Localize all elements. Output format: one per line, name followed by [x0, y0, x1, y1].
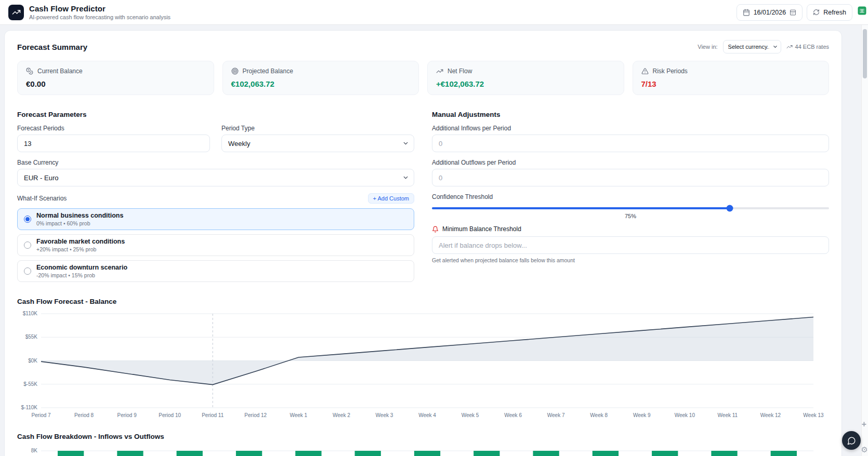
stat-label: Net Flow [448, 68, 472, 75]
scenario-detail: 0% impact • 60% prob [36, 220, 123, 226]
refresh-button[interactable]: Refresh [807, 4, 852, 21]
stat-value: €102,063.72 [231, 79, 411, 88]
plus-icon[interactable]: + [862, 420, 866, 429]
scenario-option-favorable[interactable]: Favorable market conditions +20% impact … [17, 234, 414, 256]
svg-text:$-110K: $-110K [21, 405, 37, 410]
scenario-option-downturn[interactable]: Economic downturn scenario -20% impact •… [17, 260, 414, 282]
base-currency-label: Base Currency [17, 159, 414, 166]
svg-text:$110K: $110K [23, 311, 38, 316]
manual-adjustments-title: Manual Adjustments [432, 111, 829, 118]
forecast-periods-label: Forecast Periods [17, 125, 210, 132]
svg-text:Period 10: Period 10 [159, 412, 181, 418]
additional-inflows-label: Additional Inflows per Period [432, 125, 829, 132]
svg-text:Period 7: Period 7 [31, 412, 51, 418]
chat-bubble-icon [847, 436, 856, 445]
scenario-name: Normal business conditions [36, 212, 123, 219]
scenario-option-normal[interactable]: Normal business conditions 0% impact • 6… [17, 208, 414, 230]
radio-unselected-icon[interactable] [24, 267, 31, 275]
balance-chart-section: Cash Flow Forecast - Balance $110K$55K$0… [17, 298, 829, 421]
trending-up-icon [12, 8, 21, 17]
chat-fab-button[interactable] [842, 431, 861, 450]
stat-value: €0.00 [26, 79, 205, 88]
additional-outflows-label: Additional Outflows per Period [432, 159, 829, 166]
additional-inflows-input[interactable] [432, 135, 829, 152]
add-custom-scenario-button[interactable]: + Add Custom [368, 193, 414, 204]
confidence-slider-thumb[interactable] [727, 205, 733, 212]
confidence-slider-fill [432, 207, 730, 209]
page-subtitle: AI-powered cash flow forecasting with sc… [29, 14, 170, 20]
radio-selected-icon[interactable] [24, 216, 31, 223]
svg-text:8K: 8K [31, 448, 38, 453]
forecast-summary-title: Forecast Summary [17, 43, 87, 51]
balance-area-chart: $110K$55K$0K$-55K$-110KPeriod 7Period 8P… [17, 310, 829, 421]
radio-unselected-icon[interactable] [24, 242, 31, 249]
svg-text:Week 2: Week 2 [333, 412, 350, 418]
min-balance-label: Minimum Balance Threshold [442, 225, 521, 233]
svg-text:$55K: $55K [25, 334, 38, 340]
date-picker-button[interactable]: 16/01/2026 [737, 4, 803, 21]
main-card: Forecast Summary View in: Select currenc… [4, 30, 842, 456]
stat-net-flow: Net Flow +€102,063.72 [427, 61, 624, 95]
breakdown-chart-section: Cash Flow Breakdown - Inflows vs Outflow… [17, 433, 829, 456]
svg-text:Week 10: Week 10 [675, 412, 695, 418]
manual-adjustments-section: Manual Adjustments Additional Inflows pe… [432, 111, 829, 286]
svg-text:$0K: $0K [28, 358, 37, 364]
svg-text:Week 4: Week 4 [418, 412, 436, 418]
balance-chart-title: Cash Flow Forecast - Balance [17, 298, 829, 305]
coins-icon [26, 68, 33, 75]
header-brand: Cash Flow Predictor AI-powered cash flow… [8, 4, 170, 20]
breakdown-chart-title: Cash Flow Breakdown - Inflows vs Outflow… [17, 433, 829, 440]
confidence-threshold-label: Confidence Threshold [432, 193, 829, 200]
period-type-select[interactable]: Weekly [221, 135, 414, 152]
svg-text:Period 11: Period 11 [202, 412, 224, 418]
min-balance-help: Get alerted when projected balance falls… [432, 257, 829, 263]
scrollbar[interactable] [861, 25, 868, 456]
scenario-detail: -20% impact • 15% prob [36, 272, 127, 278]
svg-text:$-55K: $-55K [23, 381, 37, 387]
svg-text:Week 1: Week 1 [290, 412, 307, 418]
spreadsheet-extension-icon[interactable] [858, 6, 866, 15]
app-header: Cash Flow Predictor AI-powered cash flow… [0, 0, 868, 25]
scrollbar-thumb[interactable] [863, 29, 867, 78]
period-type-label: Period Type [221, 125, 414, 132]
additional-outflows-input[interactable] [432, 169, 829, 186]
bell-icon [432, 226, 439, 233]
alert-triangle-icon [641, 68, 649, 75]
forecast-periods-input[interactable] [17, 135, 210, 152]
svg-text:Period 8: Period 8 [74, 412, 94, 418]
stat-risk-periods: Risk Periods 7/13 [633, 61, 830, 95]
stats-grid: Current Balance €0.00 Projected Balance … [17, 61, 829, 95]
inflows-outflows-bar-chart: 8K6K4K [17, 445, 829, 456]
scenario-name: Economic downturn scenario [36, 264, 127, 271]
trending-up-icon [436, 68, 443, 75]
svg-text:Week 12: Week 12 [760, 412, 781, 418]
page-body: Forecast Summary View in: Select currenc… [0, 25, 868, 456]
gear-icon[interactable]: ⚙ [861, 445, 868, 454]
forecast-parameters-section: Forecast Parameters Forecast Periods Per… [17, 111, 414, 286]
stat-label: Projected Balance [243, 68, 293, 75]
ecb-rates-badge: 44 ECB rates [786, 44, 829, 50]
confidence-slider[interactable] [432, 207, 829, 209]
min-balance-input[interactable] [432, 236, 829, 254]
svg-text:Period 9: Period 9 [117, 412, 137, 418]
stat-label: Risk Periods [653, 68, 688, 75]
stat-value: 7/13 [641, 79, 821, 88]
target-icon [231, 68, 239, 75]
base-currency-select[interactable]: EUR - Euro [17, 169, 414, 186]
calendar-grid-icon [790, 9, 796, 16]
refresh-icon [813, 9, 820, 16]
svg-text:Week 13: Week 13 [803, 412, 824, 418]
svg-text:Period 12: Period 12 [244, 412, 267, 418]
stat-projected-balance: Projected Balance €102,063.72 [222, 61, 419, 95]
app-logo [8, 5, 24, 20]
trending-up-icon [786, 44, 793, 50]
confidence-value: 75% [432, 213, 829, 219]
svg-text:Week 9: Week 9 [633, 412, 651, 418]
stat-label: Current Balance [37, 68, 83, 75]
forecast-parameters-title: Forecast Parameters [17, 111, 414, 118]
currency-view-select[interactable]: Select currency... [723, 40, 781, 53]
svg-text:Week 8: Week 8 [590, 412, 608, 418]
svg-text:Week 11: Week 11 [718, 412, 738, 418]
ecb-rates-label: 44 ECB rates [795, 44, 829, 50]
svg-text:Week 6: Week 6 [504, 412, 522, 418]
